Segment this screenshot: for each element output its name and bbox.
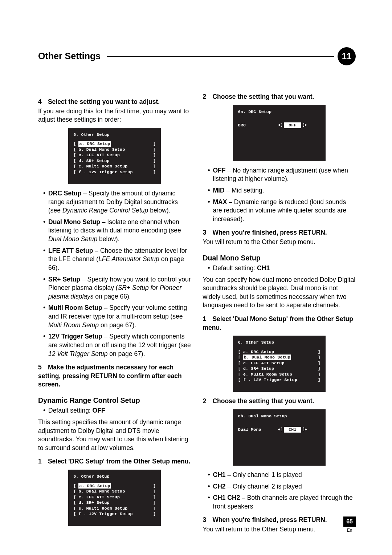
drc-default: Default setting: OFF bbox=[38, 406, 191, 415]
drc-step-3: 3 When you're finished, press RETURN. bbox=[203, 228, 356, 237]
osd-screen: 6. Other Setup[ a. DRC Setup][ b. Dual M… bbox=[233, 336, 326, 392]
dm-option: CH2 – Only channel 2 is played bbox=[208, 482, 356, 491]
osd-dm-value: 6b. Dual Mono SetupDual Mono◄[ CH1 ]► bbox=[203, 409, 356, 466]
heading-dual-mono: Dual Mono Setup bbox=[203, 253, 356, 263]
osd-screen: 6. Other Setup[ a. DRC Setup][ b. Dual M… bbox=[68, 128, 161, 184]
dm-step-3: 3 When you're finished, press RETURN. bbox=[203, 516, 356, 524]
drc-step-1: 1 Select 'DRC Setup' from the Other Setu… bbox=[38, 457, 191, 466]
drc-option: OFF – No dynamic range adjustment (use w… bbox=[208, 166, 356, 183]
osd-screen: 6a. DRC SetupDRC◄[ OFF ]► bbox=[233, 105, 326, 161]
osd-screen: 6b. Dual Mono SetupDual Mono◄[ CH1 ]► bbox=[233, 409, 326, 466]
dm-step-1: 1 Select 'Dual Mono Setup' from the Othe… bbox=[203, 315, 356, 332]
osd-other-setup-3: 6. Other Setup[ a. DRC Setup][ b. Dual M… bbox=[203, 336, 356, 392]
two-column-layout: 4 Select the setting you want to adjust.… bbox=[38, 93, 356, 536]
setup-bullet: 12V Trigger Setup – Specify which compon… bbox=[43, 332, 191, 358]
drc-step-2: 2 Choose the setting that you want. bbox=[203, 93, 356, 101]
setup-bullet: LFE ATT Setup – Choose the attenuator le… bbox=[43, 247, 191, 272]
page-footer: 65 En bbox=[343, 516, 356, 533]
setup-bullet: Multi Room Setup – Specify your volume s… bbox=[43, 304, 191, 329]
step-5: 5 Make the adjustments necessary for eac… bbox=[38, 363, 191, 389]
dm-return-line: You will return to the Other Setup menu. bbox=[203, 525, 356, 534]
dm-step-2: 2 Choose the setting that you want. bbox=[203, 397, 356, 406]
step-4: 4 Select the setting you want to adjust. bbox=[38, 98, 191, 106]
dm-default: Default setting: CH1 bbox=[203, 264, 356, 273]
header-divider bbox=[107, 56, 334, 57]
chapter-header: Other Settings 11 bbox=[38, 47, 356, 65]
right-column: 2 Choose the setting that you want. 6a. … bbox=[203, 93, 356, 536]
osd-screen: 6. Other Setup[ a. DRC Setup][ b. Dual M… bbox=[68, 470, 161, 526]
osd-other-setup-2: 6. Other Setup[ a. DRC Setup][ b. Dual M… bbox=[38, 470, 191, 526]
heading-drc: Dynamic Range Control Setup bbox=[38, 396, 191, 405]
setup-descriptions-list: DRC Setup – Specify the amount of dynami… bbox=[38, 189, 191, 358]
drc-options-list: OFF – No dynamic range adjustment (use w… bbox=[203, 166, 356, 224]
page-number: 65 bbox=[343, 516, 356, 527]
dm-option: CH1 CH2 – Both channels are played throu… bbox=[208, 494, 356, 511]
dm-options-list: CH1 – Only channel 1 is playedCH2 – Only… bbox=[203, 471, 356, 511]
drc-body: This setting specifies the amount of dyn… bbox=[38, 418, 191, 453]
setup-bullet: SR+ Setup – Specify how you want to cont… bbox=[43, 275, 191, 301]
chapter-number-badge: 11 bbox=[338, 47, 356, 65]
page-lang: En bbox=[343, 527, 356, 533]
step-4-body: If you are doing this for the first time… bbox=[38, 107, 191, 124]
dm-body: You can specify how dual mono encoded Do… bbox=[203, 276, 356, 310]
osd-other-setup-1: 6. Other Setup[ a. DRC Setup][ b. Dual M… bbox=[38, 128, 191, 184]
left-column: 4 Select the setting you want to adjust.… bbox=[38, 93, 191, 536]
drc-return-line: You will return to the Other Setup menu. bbox=[203, 238, 356, 247]
setup-bullet: DRC Setup – Specify the amount of dynami… bbox=[43, 189, 191, 215]
osd-drc-value: 6a. DRC SetupDRC◄[ OFF ]► bbox=[203, 105, 356, 161]
drc-option: MID – Mid setting. bbox=[208, 186, 356, 195]
chapter-title: Other Settings bbox=[38, 50, 101, 62]
dm-option: CH1 – Only channel 1 is played bbox=[208, 471, 356, 479]
drc-option: MAX – Dynamic range is reduced (loud sou… bbox=[208, 198, 356, 224]
setup-bullet: Dual Mono Setup – Isolate one channel wh… bbox=[43, 218, 191, 244]
